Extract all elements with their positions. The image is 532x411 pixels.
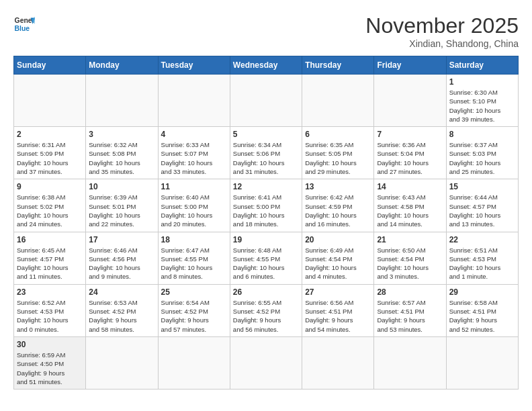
calendar-row-1: 2Sunrise: 6:31 AMSunset: 5:09 PMDaylight… bbox=[14, 127, 519, 179]
day-number-30: 30 bbox=[17, 340, 83, 349]
calendar-cell-24: 19Sunrise: 6:48 AMSunset: 4:55 PMDayligh… bbox=[230, 232, 302, 284]
day-number-6: 6 bbox=[305, 130, 371, 139]
day-number-11: 11 bbox=[161, 182, 227, 191]
day-number-3: 3 bbox=[89, 130, 154, 139]
day-number-25: 25 bbox=[161, 287, 227, 297]
svg-text:Blue: Blue bbox=[15, 25, 30, 32]
calendar-cell-40 bbox=[374, 336, 446, 389]
day-info-21: Sunrise: 6:50 AMSunset: 4:54 PMDaylight:… bbox=[377, 246, 443, 281]
day-number-22: 22 bbox=[449, 235, 515, 244]
day-number-9: 9 bbox=[17, 182, 83, 191]
day-number-20: 20 bbox=[305, 235, 371, 244]
calendar-cell-35: 30Sunrise: 6:59 AMSunset: 4:50 PMDayligh… bbox=[14, 336, 86, 389]
weekday-header-monday: Monday bbox=[86, 56, 158, 75]
weekday-header-saturday: Saturday bbox=[446, 56, 518, 75]
calendar-cell-9: 4Sunrise: 6:33 AMSunset: 5:07 PMDaylight… bbox=[158, 127, 230, 179]
calendar-cell-19: 14Sunrise: 6:43 AMSunset: 4:58 PMDayligh… bbox=[374, 179, 446, 232]
day-info-28: Sunrise: 6:57 AMSunset: 4:51 PMDaylight:… bbox=[377, 298, 443, 334]
weekday-header-friday: Friday bbox=[374, 56, 446, 75]
weekday-header-thursday: Thursday bbox=[302, 56, 374, 75]
calendar-cell-20: 15Sunrise: 6:44 AMSunset: 4:57 PMDayligh… bbox=[446, 179, 518, 232]
calendar-cell-30: 25Sunrise: 6:54 AMSunset: 4:52 PMDayligh… bbox=[158, 284, 230, 336]
day-info-2: Sunrise: 6:31 AMSunset: 5:09 PMDaylight:… bbox=[17, 140, 83, 176]
day-number-12: 12 bbox=[233, 182, 299, 191]
calendar-cell-32: 27Sunrise: 6:56 AMSunset: 4:51 PMDayligh… bbox=[302, 284, 374, 336]
day-number-23: 23 bbox=[17, 287, 83, 297]
day-info-13: Sunrise: 6:42 AMSunset: 4:59 PMDaylight:… bbox=[305, 193, 371, 228]
day-info-1: Sunrise: 6:30 AMSunset: 5:10 PMDaylight:… bbox=[449, 88, 515, 124]
calendar-cell-6: 1Sunrise: 6:30 AMSunset: 5:10 PMDaylight… bbox=[446, 75, 518, 127]
day-info-19: Sunrise: 6:48 AMSunset: 4:55 PMDaylight:… bbox=[233, 246, 299, 281]
calendar-cell-27: 22Sunrise: 6:51 AMSunset: 4:53 PMDayligh… bbox=[446, 232, 518, 284]
day-info-8: Sunrise: 6:37 AMSunset: 5:03 PMDaylight:… bbox=[449, 140, 515, 176]
day-info-12: Sunrise: 6:41 AMSunset: 5:00 PMDaylight:… bbox=[233, 193, 299, 228]
calendar-cell-37 bbox=[158, 336, 230, 389]
calendar-cell-41 bbox=[446, 336, 518, 389]
calendar-cell-15: 10Sunrise: 6:39 AMSunset: 5:01 PMDayligh… bbox=[86, 179, 158, 232]
calendar-cell-1 bbox=[86, 75, 158, 127]
calendar-cell-8: 3Sunrise: 6:32 AMSunset: 5:08 PMDaylight… bbox=[86, 127, 158, 179]
day-info-14: Sunrise: 6:43 AMSunset: 4:58 PMDaylight:… bbox=[377, 193, 443, 228]
day-number-8: 8 bbox=[449, 130, 515, 139]
calendar-cell-18: 13Sunrise: 6:42 AMSunset: 4:59 PMDayligh… bbox=[302, 179, 374, 232]
day-number-17: 17 bbox=[89, 235, 154, 244]
day-info-15: Sunrise: 6:44 AMSunset: 4:57 PMDaylight:… bbox=[449, 193, 515, 228]
day-info-25: Sunrise: 6:54 AMSunset: 4:52 PMDaylight:… bbox=[161, 298, 227, 334]
day-number-16: 16 bbox=[17, 235, 83, 244]
day-number-2: 2 bbox=[17, 130, 83, 139]
day-info-4: Sunrise: 6:33 AMSunset: 5:07 PMDaylight:… bbox=[161, 140, 227, 176]
day-number-27: 27 bbox=[305, 287, 371, 297]
calendar-cell-11: 6Sunrise: 6:35 AMSunset: 5:05 PMDaylight… bbox=[302, 127, 374, 179]
day-info-30: Sunrise: 6:59 AMSunset: 4:50 PMDaylight:… bbox=[17, 351, 83, 386]
day-info-11: Sunrise: 6:40 AMSunset: 5:00 PMDaylight:… bbox=[161, 193, 227, 228]
day-info-6: Sunrise: 6:35 AMSunset: 5:05 PMDaylight:… bbox=[305, 140, 371, 176]
day-number-19: 19 bbox=[233, 235, 299, 244]
calendar-cell-2 bbox=[158, 75, 230, 127]
day-number-24: 24 bbox=[89, 287, 154, 297]
day-number-28: 28 bbox=[377, 287, 443, 297]
weekday-header-sunday: Sunday bbox=[14, 56, 86, 75]
calendar-cell-26: 21Sunrise: 6:50 AMSunset: 4:54 PMDayligh… bbox=[374, 232, 446, 284]
calendar-row-0: 1Sunrise: 6:30 AMSunset: 5:10 PMDaylight… bbox=[14, 75, 519, 127]
day-info-17: Sunrise: 6:46 AMSunset: 4:56 PMDaylight:… bbox=[89, 246, 154, 281]
calendar-cell-17: 12Sunrise: 6:41 AMSunset: 5:00 PMDayligh… bbox=[230, 179, 302, 232]
day-info-9: Sunrise: 6:38 AMSunset: 5:02 PMDaylight:… bbox=[17, 193, 83, 228]
day-number-15: 15 bbox=[449, 182, 515, 191]
calendar-cell-39 bbox=[302, 336, 374, 389]
subtitle: Xindian, Shandong, China bbox=[365, 38, 519, 49]
day-info-5: Sunrise: 6:34 AMSunset: 5:06 PMDaylight:… bbox=[233, 140, 299, 176]
logo-icon: General Blue bbox=[13, 13, 35, 35]
calendar-cell-10: 5Sunrise: 6:34 AMSunset: 5:06 PMDaylight… bbox=[230, 127, 302, 179]
day-number-18: 18 bbox=[161, 235, 227, 244]
weekday-header-wednesday: Wednesday bbox=[230, 56, 302, 75]
main-title: November 2025 bbox=[365, 13, 519, 38]
day-info-26: Sunrise: 6:55 AMSunset: 4:52 PMDaylight:… bbox=[233, 298, 299, 334]
day-info-27: Sunrise: 6:56 AMSunset: 4:51 PMDaylight:… bbox=[305, 298, 371, 334]
calendar-cell-29: 24Sunrise: 6:53 AMSunset: 4:52 PMDayligh… bbox=[86, 284, 158, 336]
calendar-cell-3 bbox=[230, 75, 302, 127]
day-number-10: 10 bbox=[89, 182, 154, 191]
calendar-cell-31: 26Sunrise: 6:55 AMSunset: 4:52 PMDayligh… bbox=[230, 284, 302, 336]
day-number-4: 4 bbox=[161, 130, 227, 139]
calendar-cell-5 bbox=[374, 75, 446, 127]
weekday-header-row: SundayMondayTuesdayWednesdayThursdayFrid… bbox=[14, 56, 519, 75]
calendar-cell-21: 16Sunrise: 6:45 AMSunset: 4:57 PMDayligh… bbox=[14, 232, 86, 284]
day-info-3: Sunrise: 6:32 AMSunset: 5:08 PMDaylight:… bbox=[89, 140, 154, 176]
calendar-cell-28: 23Sunrise: 6:52 AMSunset: 4:53 PMDayligh… bbox=[14, 284, 86, 336]
day-number-5: 5 bbox=[233, 130, 299, 139]
calendar-cell-23: 18Sunrise: 6:47 AMSunset: 4:55 PMDayligh… bbox=[158, 232, 230, 284]
calendar-cell-0 bbox=[14, 75, 86, 127]
calendar-cell-33: 28Sunrise: 6:57 AMSunset: 4:51 PMDayligh… bbox=[374, 284, 446, 336]
day-number-26: 26 bbox=[233, 287, 299, 297]
day-info-24: Sunrise: 6:53 AMSunset: 4:52 PMDaylight:… bbox=[89, 298, 154, 334]
calendar-row-4: 23Sunrise: 6:52 AMSunset: 4:53 PMDayligh… bbox=[14, 284, 519, 336]
calendar-cell-22: 17Sunrise: 6:46 AMSunset: 4:56 PMDayligh… bbox=[86, 232, 158, 284]
calendar-row-3: 16Sunrise: 6:45 AMSunset: 4:57 PMDayligh… bbox=[14, 232, 519, 284]
calendar-row-2: 9Sunrise: 6:38 AMSunset: 5:02 PMDaylight… bbox=[14, 179, 519, 232]
day-info-20: Sunrise: 6:49 AMSunset: 4:54 PMDaylight:… bbox=[305, 246, 371, 281]
day-number-13: 13 bbox=[305, 182, 371, 191]
day-number-14: 14 bbox=[377, 182, 443, 191]
calendar-cell-36 bbox=[86, 336, 158, 389]
title-area: November 2025 Xindian, Shandong, China bbox=[365, 13, 519, 49]
calendar-cell-34: 29Sunrise: 6:58 AMSunset: 4:51 PMDayligh… bbox=[446, 284, 518, 336]
